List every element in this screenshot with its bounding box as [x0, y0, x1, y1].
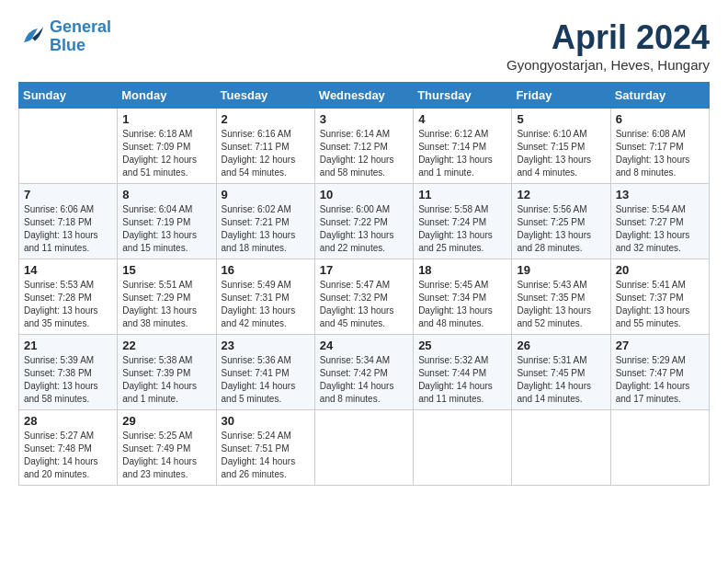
calendar-cell: 18Sunrise: 5:45 AM Sunset: 7:34 PM Dayli…	[414, 259, 512, 335]
calendar-cell: 3Sunrise: 6:14 AM Sunset: 7:12 PM Daylig…	[314, 109, 413, 184]
weekday-header-thursday: Thursday	[414, 83, 512, 109]
calendar-cell	[512, 410, 610, 486]
day-info: Sunrise: 5:47 AM Sunset: 7:32 PM Dayligh…	[320, 279, 408, 330]
day-number: 15	[122, 263, 210, 277]
day-info: Sunrise: 5:25 AM Sunset: 7:49 PM Dayligh…	[122, 430, 210, 481]
day-info: Sunrise: 6:08 AM Sunset: 7:17 PM Dayligh…	[616, 128, 704, 179]
calendar-cell	[314, 410, 413, 486]
calendar-cell: 23Sunrise: 5:36 AM Sunset: 7:41 PM Dayli…	[216, 335, 314, 410]
day-number: 1	[122, 112, 210, 126]
day-number: 5	[517, 112, 605, 126]
weekday-header-wednesday: Wednesday	[314, 83, 413, 109]
day-number: 30	[222, 414, 310, 428]
day-info: Sunrise: 6:10 AM Sunset: 7:15 PM Dayligh…	[517, 128, 605, 179]
calendar-cell: 28Sunrise: 5:27 AM Sunset: 7:48 PM Dayli…	[19, 410, 118, 486]
day-number: 12	[517, 188, 605, 201]
day-info: Sunrise: 6:18 AM Sunset: 7:09 PM Dayligh…	[122, 128, 210, 179]
logo-text: General Blue	[50, 18, 111, 55]
weekday-header-saturday: Saturday	[610, 83, 709, 109]
calendar-header: SundayMondayTuesdayWednesdayThursdayFrid…	[19, 83, 710, 109]
day-number: 6	[616, 112, 704, 126]
day-number: 26	[517, 339, 605, 352]
calendar-cell: 7Sunrise: 6:06 AM Sunset: 7:18 PM Daylig…	[19, 184, 118, 259]
day-info: Sunrise: 5:34 AM Sunset: 7:42 PM Dayligh…	[320, 354, 408, 406]
weekday-header-row: SundayMondayTuesdayWednesdayThursdayFrid…	[19, 83, 710, 109]
day-number: 16	[222, 263, 310, 277]
calendar-cell: 27Sunrise: 5:29 AM Sunset: 7:47 PM Dayli…	[610, 335, 709, 410]
calendar-cell: 14Sunrise: 5:53 AM Sunset: 7:28 PM Dayli…	[19, 259, 118, 335]
calendar-cell: 12Sunrise: 5:56 AM Sunset: 7:25 PM Dayli…	[512, 184, 610, 259]
day-info: Sunrise: 5:29 AM Sunset: 7:47 PM Dayligh…	[616, 354, 704, 406]
calendar-table: SundayMondayTuesdayWednesdayThursdayFrid…	[18, 82, 710, 486]
calendar-week-row: 28Sunrise: 5:27 AM Sunset: 7:48 PM Dayli…	[19, 410, 710, 486]
day-info: Sunrise: 5:24 AM Sunset: 7:51 PM Dayligh…	[222, 430, 310, 481]
day-info: Sunrise: 5:38 AM Sunset: 7:39 PM Dayligh…	[122, 354, 210, 406]
calendar-cell: 29Sunrise: 5:25 AM Sunset: 7:49 PM Dayli…	[118, 410, 216, 486]
day-number: 13	[616, 188, 704, 201]
day-number: 9	[222, 188, 310, 201]
day-number: 7	[24, 188, 112, 201]
logo: General Blue	[18, 18, 111, 55]
day-info: Sunrise: 5:45 AM Sunset: 7:34 PM Dayligh…	[418, 279, 506, 330]
day-info: Sunrise: 5:27 AM Sunset: 7:48 PM Dayligh…	[24, 430, 112, 481]
calendar-cell: 20Sunrise: 5:41 AM Sunset: 7:37 PM Dayli…	[610, 259, 709, 335]
day-number: 14	[24, 263, 112, 277]
calendar-cell: 1Sunrise: 6:18 AM Sunset: 7:09 PM Daylig…	[118, 109, 216, 184]
day-number: 19	[517, 263, 605, 277]
day-number: 29	[122, 414, 210, 428]
calendar-cell: 2Sunrise: 6:16 AM Sunset: 7:11 PM Daylig…	[216, 109, 314, 184]
day-info: Sunrise: 5:58 AM Sunset: 7:24 PM Dayligh…	[418, 203, 506, 255]
day-number: 27	[616, 339, 704, 352]
calendar-cell: 21Sunrise: 5:39 AM Sunset: 7:38 PM Dayli…	[19, 335, 118, 410]
calendar-body: 1Sunrise: 6:18 AM Sunset: 7:09 PM Daylig…	[19, 109, 710, 486]
month-title: April 2024	[506, 18, 710, 57]
day-number: 3	[320, 112, 408, 126]
calendar-cell: 16Sunrise: 5:49 AM Sunset: 7:31 PM Dayli…	[216, 259, 314, 335]
calendar-cell: 26Sunrise: 5:31 AM Sunset: 7:45 PM Dayli…	[512, 335, 610, 410]
calendar-cell	[610, 410, 709, 486]
calendar-cell: 13Sunrise: 5:54 AM Sunset: 7:27 PM Dayli…	[610, 184, 709, 259]
calendar-cell: 25Sunrise: 5:32 AM Sunset: 7:44 PM Dayli…	[414, 335, 512, 410]
day-info: Sunrise: 5:56 AM Sunset: 7:25 PM Dayligh…	[517, 203, 605, 255]
day-number: 25	[418, 339, 506, 352]
calendar-cell	[414, 410, 512, 486]
calendar-cell: 6Sunrise: 6:08 AM Sunset: 7:17 PM Daylig…	[610, 109, 709, 184]
calendar-week-row: 7Sunrise: 6:06 AM Sunset: 7:18 PM Daylig…	[19, 184, 710, 259]
day-info: Sunrise: 6:04 AM Sunset: 7:19 PM Dayligh…	[122, 203, 210, 255]
day-info: Sunrise: 6:00 AM Sunset: 7:22 PM Dayligh…	[320, 203, 408, 255]
calendar-cell: 19Sunrise: 5:43 AM Sunset: 7:35 PM Dayli…	[512, 259, 610, 335]
day-info: Sunrise: 5:43 AM Sunset: 7:35 PM Dayligh…	[517, 279, 605, 330]
calendar-week-row: 21Sunrise: 5:39 AM Sunset: 7:38 PM Dayli…	[19, 335, 710, 410]
calendar-cell: 10Sunrise: 6:00 AM Sunset: 7:22 PM Dayli…	[314, 184, 413, 259]
calendar-cell: 4Sunrise: 6:12 AM Sunset: 7:14 PM Daylig…	[414, 109, 512, 184]
day-info: Sunrise: 6:02 AM Sunset: 7:21 PM Dayligh…	[222, 203, 310, 255]
calendar-cell: 22Sunrise: 5:38 AM Sunset: 7:39 PM Dayli…	[118, 335, 216, 410]
day-info: Sunrise: 5:53 AM Sunset: 7:28 PM Dayligh…	[24, 279, 112, 330]
day-info: Sunrise: 5:31 AM Sunset: 7:45 PM Dayligh…	[517, 354, 605, 406]
logo-bird-icon	[18, 23, 46, 51]
weekday-header-tuesday: Tuesday	[216, 83, 314, 109]
day-number: 8	[122, 188, 210, 201]
calendar-cell: 9Sunrise: 6:02 AM Sunset: 7:21 PM Daylig…	[216, 184, 314, 259]
day-number: 28	[24, 414, 112, 428]
day-info: Sunrise: 6:16 AM Sunset: 7:11 PM Dayligh…	[222, 128, 310, 179]
day-number: 21	[24, 339, 112, 352]
day-info: Sunrise: 5:36 AM Sunset: 7:41 PM Dayligh…	[222, 354, 310, 406]
day-info: Sunrise: 5:32 AM Sunset: 7:44 PM Dayligh…	[418, 354, 506, 406]
calendar-cell: 15Sunrise: 5:51 AM Sunset: 7:29 PM Dayli…	[118, 259, 216, 335]
calendar-week-row: 1Sunrise: 6:18 AM Sunset: 7:09 PM Daylig…	[19, 109, 710, 184]
page-header: General Blue April 2024 Gyongyostarjan, …	[18, 18, 710, 73]
weekday-header-monday: Monday	[118, 83, 216, 109]
day-info: Sunrise: 6:12 AM Sunset: 7:14 PM Dayligh…	[418, 128, 506, 179]
day-info: Sunrise: 5:49 AM Sunset: 7:31 PM Dayligh…	[222, 279, 310, 330]
day-info: Sunrise: 5:39 AM Sunset: 7:38 PM Dayligh…	[24, 354, 112, 406]
calendar-cell: 17Sunrise: 5:47 AM Sunset: 7:32 PM Dayli…	[314, 259, 413, 335]
calendar-cell: 24Sunrise: 5:34 AM Sunset: 7:42 PM Dayli…	[314, 335, 413, 410]
day-number: 10	[320, 188, 408, 201]
location-subtitle: Gyongyostarjan, Heves, Hungary	[506, 57, 710, 73]
day-number: 17	[320, 263, 408, 277]
calendar-cell: 5Sunrise: 6:10 AM Sunset: 7:15 PM Daylig…	[512, 109, 610, 184]
day-number: 4	[418, 112, 506, 126]
day-number: 23	[222, 339, 310, 352]
calendar-week-row: 14Sunrise: 5:53 AM Sunset: 7:28 PM Dayli…	[19, 259, 710, 335]
